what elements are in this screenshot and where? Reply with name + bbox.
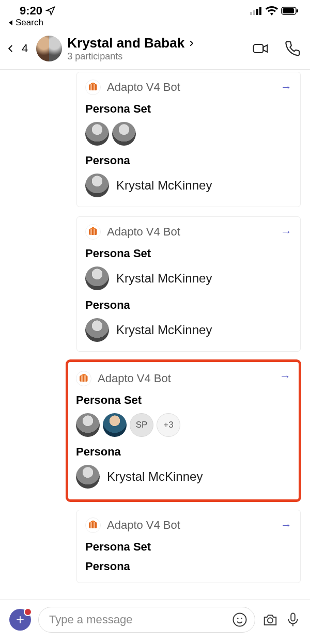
svg-point-10 bbox=[234, 614, 246, 626]
status-bar: 9:20 bbox=[0, 0, 310, 18]
group-avatar[interactable] bbox=[36, 36, 62, 61]
chat-title: Krystal and Babak bbox=[67, 35, 184, 51]
bot-avatar-icon bbox=[76, 371, 91, 386]
message-input[interactable]: Type a message bbox=[38, 607, 255, 633]
avatar[interactable] bbox=[76, 413, 100, 437]
bot-name: Adapto V4 Bot bbox=[107, 81, 180, 94]
persona-name: Krystal McKinney bbox=[116, 178, 212, 193]
svg-point-11 bbox=[237, 618, 239, 619]
microphone-icon[interactable] bbox=[285, 612, 301, 627]
avatar[interactable] bbox=[85, 122, 109, 146]
section-persona: Persona bbox=[76, 445, 291, 459]
cellular-icon bbox=[250, 7, 262, 15]
persona-name: Krystal McKinney bbox=[116, 323, 212, 337]
bot-card[interactable]: → Adapto V4 Bot Persona Set Krystal McKi… bbox=[76, 216, 301, 352]
video-call-button[interactable] bbox=[252, 40, 269, 57]
bot-card[interactable]: → Adapto V4 Bot Persona Set Persona bbox=[76, 510, 301, 583]
section-persona-set: Persona Set bbox=[76, 394, 291, 407]
bot-name: Adapto V4 Bot bbox=[98, 372, 171, 385]
open-card-icon[interactable]: → bbox=[280, 370, 291, 383]
bot-name: Adapto V4 Bot bbox=[107, 225, 180, 239]
section-persona-set: Persona Set bbox=[85, 102, 292, 116]
section-persona: Persona bbox=[85, 560, 292, 573]
persona-name: Krystal McKinney bbox=[107, 469, 203, 484]
section-persona: Persona bbox=[85, 299, 292, 312]
avatar-overflow[interactable]: +3 bbox=[157, 413, 180, 437]
open-card-icon[interactable]: → bbox=[281, 81, 292, 94]
svg-rect-3 bbox=[259, 7, 261, 15]
wifi-icon bbox=[266, 6, 278, 15]
avatar[interactable] bbox=[112, 122, 136, 146]
svg-rect-2 bbox=[256, 9, 258, 15]
bot-avatar-icon bbox=[85, 80, 101, 95]
chat-title-block[interactable]: Krystal and Babak 3 participants bbox=[67, 35, 245, 62]
svg-rect-14 bbox=[291, 614, 295, 621]
location-icon bbox=[45, 6, 56, 16]
avatar[interactable] bbox=[85, 318, 109, 342]
chat-header: 4 Krystal and Babak 3 participants bbox=[0, 30, 310, 70]
svg-rect-0 bbox=[250, 12, 252, 15]
camera-icon[interactable] bbox=[262, 612, 278, 627]
persona-set-avatars: SP +3 bbox=[76, 413, 291, 437]
battery-icon bbox=[281, 7, 299, 15]
open-card-icon[interactable]: → bbox=[281, 225, 292, 239]
chat-subtitle: 3 participants bbox=[67, 51, 245, 62]
composer: Type a message bbox=[0, 599, 310, 644]
svg-rect-7 bbox=[254, 44, 264, 53]
svg-point-13 bbox=[268, 618, 273, 623]
chevron-right-icon bbox=[188, 39, 195, 48]
back-button[interactable] bbox=[6, 44, 16, 53]
svg-rect-1 bbox=[253, 10, 255, 15]
compose-add-button[interactable] bbox=[9, 609, 31, 631]
status-icons bbox=[250, 6, 299, 15]
avatar[interactable] bbox=[85, 266, 109, 290]
bot-name: Adapto V4 Bot bbox=[107, 519, 180, 532]
avatar[interactable] bbox=[85, 174, 109, 197]
message-list[interactable]: → Adapto V4 Bot Persona Set Persona Krys… bbox=[0, 70, 310, 599]
section-persona-set: Persona Set bbox=[85, 540, 292, 554]
back-to-search[interactable]: Search bbox=[0, 18, 310, 30]
persona-set-avatars bbox=[85, 122, 292, 146]
svg-rect-5 bbox=[283, 8, 294, 13]
unread-count: 4 bbox=[22, 42, 28, 55]
section-persona: Persona bbox=[85, 154, 292, 167]
bot-card[interactable]: → Adapto V4 Bot Persona Set Persona Krys… bbox=[76, 72, 301, 207]
plus-icon bbox=[15, 615, 25, 625]
message-placeholder: Type a message bbox=[49, 613, 227, 626]
persona-set-name: Krystal McKinney bbox=[116, 271, 212, 286]
bot-avatar-icon bbox=[85, 517, 101, 533]
svg-point-12 bbox=[241, 618, 243, 619]
back-triangle-icon bbox=[8, 20, 14, 26]
emoji-icon[interactable] bbox=[232, 612, 247, 627]
audio-call-button[interactable] bbox=[284, 40, 301, 57]
bot-card-highlighted[interactable]: → Adapto V4 Bot Persona Set SP +3 Person… bbox=[67, 361, 300, 500]
open-card-icon[interactable]: → bbox=[281, 519, 292, 532]
svg-rect-6 bbox=[297, 9, 298, 12]
avatar[interactable] bbox=[76, 465, 100, 489]
bot-avatar-icon bbox=[85, 224, 101, 240]
section-persona-set: Persona Set bbox=[85, 247, 292, 260]
status-time: 9:20 bbox=[20, 4, 42, 18]
avatar-initials[interactable]: SP bbox=[130, 413, 153, 437]
avatar[interactable] bbox=[103, 413, 127, 437]
